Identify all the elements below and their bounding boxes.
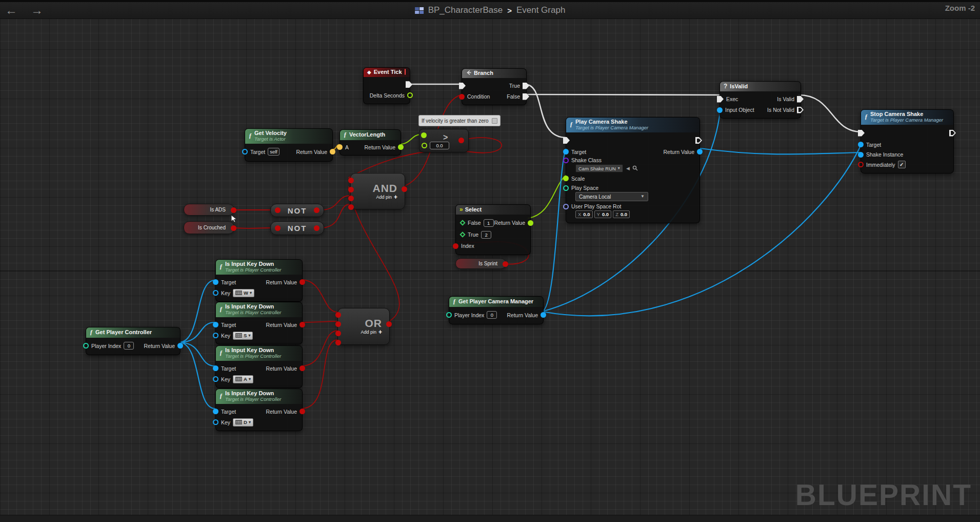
- forward-arrow-icon[interactable]: →: [31, 4, 43, 16]
- or-input-pin[interactable]: [335, 312, 341, 318]
- key-input-pin[interactable]: [213, 376, 218, 382]
- is-crouched-output-pin[interactable]: [231, 225, 236, 231]
- isvalid-node[interactable]: ?IsValidExecIs ValidInput ObjectIs Not V…: [719, 81, 801, 119]
- key-w-node[interactable]: ƒIs Input Key DownTarget is Player Contr…: [215, 259, 303, 302]
- exec-pin[interactable]: [563, 137, 570, 144]
- target-input-pin[interactable]: [213, 409, 218, 414]
- exec-pin[interactable]: [949, 130, 956, 137]
- return-value-output-pin[interactable]: [697, 149, 703, 154]
- and-output-pin[interactable]: [402, 186, 407, 192]
- exec-pin[interactable]: [406, 81, 412, 88]
- return-value-output-pin[interactable]: [528, 220, 533, 226]
- key-input-pin[interactable]: [213, 290, 218, 296]
- is-crouched-node[interactable]: Is Crouched: [184, 221, 234, 234]
- use-selected-icon[interactable]: ◀: [626, 166, 630, 171]
- key-dropdown[interactable]: A▾: [233, 375, 253, 383]
- target-input-pin[interactable]: [858, 142, 864, 147]
- value-box[interactable]: 2: [481, 231, 491, 239]
- or-node[interactable]: ORAdd pin+: [337, 308, 390, 345]
- delta-seconds-output-pin[interactable]: [407, 92, 413, 98]
- or-output-pin[interactable]: [386, 321, 392, 327]
- value-box[interactable]: 0: [124, 342, 134, 350]
- node-comment-bubble[interactable]: If velocity is greater than zero: [418, 115, 501, 126]
- or-input-pin[interactable]: [335, 340, 341, 345]
- target-input-pin[interactable]: [563, 149, 569, 154]
- exec-pin[interactable]: [858, 130, 865, 137]
- get-velocity-node[interactable]: ƒGet VelocityTarget is ActorTargetselfRe…: [245, 128, 333, 162]
- axis-y-field[interactable]: Y0.0: [594, 210, 612, 218]
- vectorlength-node[interactable]: ƒVectorLengthAReturn Value: [339, 129, 401, 156]
- key-d-node[interactable]: ƒIs Input Key DownTarget is Player Contr…: [215, 389, 303, 431]
- not-1-output-pin[interactable]: [314, 207, 319, 213]
- exec-pin[interactable]: [797, 107, 804, 113]
- is-sprint-output-pin[interactable]: [503, 261, 508, 267]
- and-input-pin[interactable]: [348, 178, 354, 183]
- not-1-node[interactable]: NOT: [270, 204, 324, 217]
- or-input-pin[interactable]: [335, 321, 341, 327]
- back-arrow-icon[interactable]: ←: [5, 4, 17, 16]
- is-ads-node[interactable]: Is ADS: [184, 204, 234, 216]
- key-dropdown[interactable]: W▾: [233, 289, 254, 297]
- value-box[interactable]: 0: [487, 311, 497, 319]
- stop-camera-shake-node[interactable]: ƒStop Camera ShakeTarget is Player Camer…: [861, 109, 954, 173]
- breadcrumb-root[interactable]: BP_CharacterBase: [428, 5, 503, 15]
- key-dropdown[interactable]: D▾: [233, 418, 253, 427]
- key-input-pin[interactable]: [213, 419, 218, 425]
- event-tick-node[interactable]: ◆Event TickDelta Seconds: [363, 67, 410, 104]
- axis-z-field[interactable]: Z0.0: [613, 210, 630, 218]
- value-box[interactable]: self: [268, 148, 279, 156]
- greater-output-pin[interactable]: [458, 138, 464, 143]
- exec-pin[interactable]: [695, 137, 702, 144]
- value-box[interactable]: 0.0: [430, 142, 449, 149]
- input-object-input-pin[interactable]: [717, 107, 723, 113]
- not-2-output-pin[interactable]: [314, 225, 319, 231]
- false-input-pin[interactable]: [459, 220, 465, 225]
- greater-input-pin[interactable]: [422, 143, 427, 148]
- key-dropdown[interactable]: S▾: [233, 332, 253, 340]
- exec-pin[interactable]: [797, 96, 804, 103]
- target-input-pin[interactable]: [242, 149, 248, 154]
- comment-pin-icon[interactable]: [492, 118, 497, 124]
- greater-input-pin[interactable]: [421, 132, 427, 138]
- return-value-output-pin[interactable]: [299, 365, 305, 371]
- immediately-input-pin[interactable]: [858, 162, 864, 167]
- index-input-pin[interactable]: [453, 243, 458, 249]
- and-input-pin[interactable]: [348, 196, 354, 201]
- is-ads-output-pin[interactable]: [231, 207, 236, 213]
- add-pin-button[interactable]: Add pin+: [361, 329, 382, 335]
- return-value-output-pin[interactable]: [299, 409, 305, 414]
- not-2-input-pin[interactable]: [275, 225, 281, 231]
- return-value-output-pin[interactable]: [541, 312, 546, 318]
- key-a-node[interactable]: ƒIs Input Key DownTarget is Player Contr…: [215, 345, 303, 388]
- greater-node[interactable]: >0.0: [419, 129, 469, 152]
- user-play-space-rot-input-pin[interactable]: [563, 204, 569, 209]
- stop-icon[interactable]: [405, 69, 406, 75]
- get-player-controller-node[interactable]: ƒGet Player ControllerPlayer Index0Retur…: [86, 327, 181, 355]
- exec-pin[interactable]: [523, 83, 529, 89]
- browse-icon[interactable]: [632, 165, 638, 172]
- or-input-pin[interactable]: [335, 331, 341, 336]
- value-box[interactable]: 1: [484, 219, 494, 227]
- select-node[interactable]: »SelectFalse1Return ValueTrue2Index: [455, 204, 531, 255]
- scale-input-pin[interactable]: [563, 176, 569, 181]
- return-value-output-pin[interactable]: [177, 343, 183, 349]
- target-input-pin[interactable]: [213, 322, 218, 327]
- player-index-input-pin[interactable]: [446, 312, 452, 318]
- axis-x-field[interactable]: X0.0: [575, 210, 593, 218]
- not-1-input-pin[interactable]: [275, 207, 281, 213]
- return-value-output-pin[interactable]: [330, 149, 335, 154]
- shake-class-input-pin[interactable]: [563, 158, 569, 163]
- is-sprint-node[interactable]: Is Sprint: [455, 258, 506, 269]
- exec-pin[interactable]: [717, 96, 724, 103]
- target-input-pin[interactable]: [213, 279, 218, 285]
- return-value-output-pin[interactable]: [299, 322, 305, 327]
- event-graph-canvas[interactable]: BLUEPRINT ◆Event TickDelta SecondsBranch…: [0, 0, 980, 522]
- and-input-pin[interactable]: [348, 204, 354, 210]
- branch-node[interactable]: BranchTrueConditionFalse: [462, 68, 527, 105]
- and-node[interactable]: ANDAdd pin+: [350, 173, 405, 209]
- return-value-output-pin[interactable]: [398, 144, 404, 150]
- enum-dropdown[interactable]: Camera Local▼: [575, 192, 648, 201]
- return-value-output-pin[interactable]: [299, 279, 305, 285]
- get-player-camera-manager-node[interactable]: ƒGet Player Camera ManagerPlayer Index0R…: [449, 296, 544, 324]
- key-s-node[interactable]: ƒIs Input Key DownTarget is Player Contr…: [215, 302, 303, 344]
